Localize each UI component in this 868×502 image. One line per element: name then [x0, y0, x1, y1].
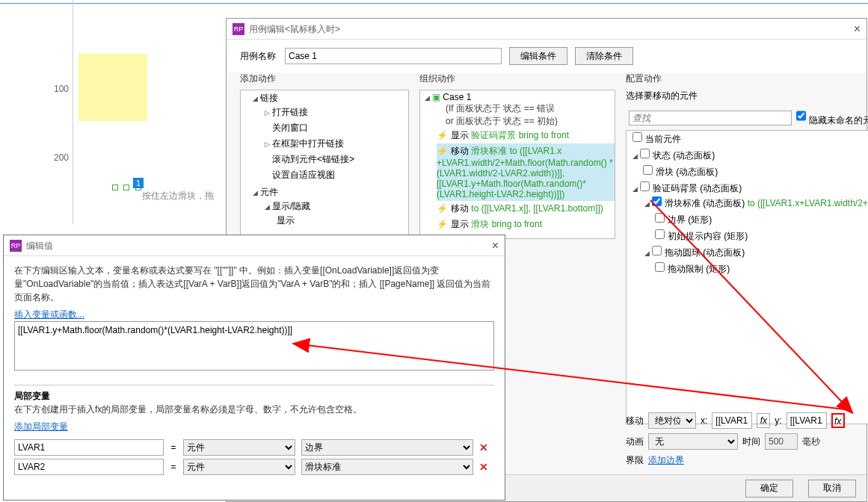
action-show-2-target[interactable]: 滑块 bring to front	[471, 219, 542, 229]
action-show[interactable]: 显示	[451, 130, 471, 140]
resize-handle[interactable]	[112, 185, 118, 190]
action-move-2[interactable]: 移动	[451, 203, 471, 214]
organize-action-tree[interactable]: ▣ Case 1 (If 面板状态于 状态 == 错误 or 面板状态于 状态 …	[420, 90, 615, 234]
condition-text: (If 面板状态于 状态 == 错误	[446, 102, 615, 115]
search-input[interactable]	[629, 111, 792, 126]
local-vars-list: = 元件 边界 ✕ = 元件 滑块标准 ✕	[14, 439, 494, 475]
tree-show[interactable]: 显示	[277, 215, 295, 226]
close-icon[interactable]: ×	[854, 19, 861, 40]
hide-unnamed-checkbox[interactable]	[796, 108, 806, 123]
widget-ball[interactable]: 拖动圆球 (动态面板)	[665, 247, 745, 258]
widget-state[interactable]: 状态 (动态面板)	[653, 150, 715, 161]
tree-open-link[interactable]: 打开链接	[272, 107, 308, 117]
fx-x-button[interactable]: fx	[757, 413, 770, 428]
widget-tree[interactable]: 当前元件 状态 (动态面板) 滑块 (动态面板) 验证码背景 (动态面板) 滑块…	[627, 131, 868, 279]
fx-y-button[interactable]: fx	[831, 413, 845, 428]
dialog-titlebar[interactable]: RP 编辑值 ×	[4, 235, 505, 256]
close-icon[interactable]: ×	[492, 235, 499, 256]
action-show-2[interactable]: 显示	[451, 219, 471, 229]
anim-label: 动画	[626, 436, 644, 448]
resize-handle[interactable]	[123, 185, 129, 190]
bolt-icon: ⚡	[437, 203, 448, 214]
lvar-type-select[interactable]: 元件	[183, 439, 295, 456]
widget-check[interactable]	[640, 182, 650, 191]
widget-check[interactable]	[652, 196, 662, 206]
case-name-label: 用例名称	[240, 50, 276, 63]
add-action-panel: 链接 打开链接 关闭窗口 在框架中打开链接 滚动到元件<锚链接> 设置自适应视图…	[240, 90, 409, 239]
time-label: 时间	[742, 436, 760, 448]
case-name-input[interactable]	[285, 48, 502, 64]
edit-value-dialog: RP 编辑值 × 在下方编辑区输入文本，变量名称或表达式要写在 "[[""]]"…	[3, 235, 505, 501]
add-action-tree[interactable]: 链接 打开链接 关闭窗口 在框架中打开链接 滚动到元件<锚链接> 设置自适应视图…	[241, 90, 408, 232]
ruler-vertical: 100 200	[58, 0, 73, 224]
bolt-icon: ⚡	[437, 219, 448, 229]
configure-subtitle: 选择要移动的元件	[626, 90, 868, 105]
widget-index-badge: 1	[133, 178, 144, 188]
add-boundary-link[interactable]: 添加边界	[648, 454, 684, 467]
tree-scroll-to[interactable]: 滚动到元件<锚链接>	[272, 154, 354, 164]
widget-standard[interactable]: 滑块标准 (动态面板)	[665, 198, 745, 208]
tree-close-window[interactable]: 关闭窗口	[272, 123, 308, 133]
widget-check[interactable]	[652, 246, 662, 255]
configure-action-heading: 配置动作	[626, 72, 868, 90]
add-action-heading: 添加动作	[240, 72, 409, 90]
dialog-title: 编辑值	[26, 235, 53, 256]
lvar-target-select[interactable]: 滑块标准	[301, 459, 473, 475]
equals: =	[170, 442, 177, 453]
widget-slider[interactable]: 滑块 (动态面板)	[656, 167, 718, 177]
add-local-var-link[interactable]: 添加局部变量	[14, 421, 68, 432]
x-input[interactable]	[712, 412, 752, 429]
y-input[interactable]	[787, 412, 827, 429]
lvar-name-input[interactable]	[14, 439, 164, 456]
move-label: 移动	[626, 415, 644, 427]
tree-open-in-frame[interactable]: 在框架中打开链接	[272, 138, 344, 149]
widget-check[interactable]	[632, 132, 642, 142]
widget-check[interactable]	[655, 262, 665, 272]
equals: =	[170, 462, 177, 472]
widget-check[interactable]	[655, 213, 665, 223]
tree-adaptive[interactable]: 设置自适应视图	[272, 170, 335, 180]
widget-init-tip[interactable]: 初始提示内容 (矩形)	[668, 231, 748, 241]
case-name-row: 用例名称 编辑条件 清除条件	[227, 40, 867, 72]
time-input	[765, 433, 798, 450]
cancel-button[interactable]: 取消	[808, 480, 856, 498]
dialog-title: 用例编辑<鼠标移入时>	[249, 19, 340, 40]
lvar-type-select[interactable]: 元件	[183, 459, 295, 475]
delete-lvar-icon[interactable]: ✕	[479, 441, 488, 453]
hide-unnamed-label[interactable]: 隐藏未命名的元件	[796, 108, 868, 127]
tree-widget[interactable]: 元件	[260, 187, 278, 197]
edit-condition-button[interactable]: 编辑条件	[509, 47, 567, 65]
dialog-titlebar[interactable]: RP 用例编辑<鼠标移入时> ×	[227, 19, 867, 40]
x-label: x:	[701, 415, 707, 426]
widget-check[interactable]	[655, 229, 665, 239]
canvas-yellow-rect	[79, 54, 147, 121]
guide-line	[0, 3, 868, 4]
clear-condition-button[interactable]: 清除条件	[575, 47, 633, 65]
widget-current[interactable]: 当前元件	[645, 134, 681, 144]
action-show-target[interactable]: 验证码背景 bring to front	[471, 130, 569, 140]
widget-check[interactable]	[643, 165, 653, 175]
lvar-target-select[interactable]: 边界	[301, 439, 473, 456]
tree-show-hide[interactable]: 显示/隐藏	[272, 201, 310, 211]
widget-check[interactable]	[640, 149, 650, 158]
ms-label: 毫秒	[802, 436, 820, 448]
anim-mode-select[interactable]: 无	[648, 433, 738, 450]
delete-lvar-icon[interactable]: ✕	[479, 461, 488, 473]
action-move-2-target[interactable]: to ([[LVAR1.x]], [[LVAR1.bottom]])	[471, 203, 603, 214]
widget-border[interactable]: 边界 (矩形)	[668, 214, 712, 225]
tree-link[interactable]: 链接	[260, 93, 278, 103]
lvar-name-input[interactable]	[14, 459, 164, 475]
expression-input[interactable]: [[LVAR1.y+Math.floor(Math.random()*(LVAR…	[14, 321, 494, 371]
case-node[interactable]: Case 1	[443, 92, 471, 102]
ok-button[interactable]: 确定	[745, 480, 793, 498]
local-var-heading: 局部变量	[14, 385, 494, 403]
widget-bg[interactable]: 验证码背景 (动态面板)	[653, 183, 742, 193]
instruction-text: 在下方编辑区输入文本，变量名称或表达式要写在 "[[""]]" 中。例如：插入变…	[14, 264, 494, 304]
move-mode-select[interactable]: 绝对位↓	[648, 412, 696, 429]
widget-limit[interactable]: 拖动限制 (矩形)	[668, 264, 730, 274]
bolt-icon: ⚡	[437, 146, 448, 156]
action-move[interactable]: 移动	[451, 146, 471, 156]
rp-icon: RP	[10, 240, 22, 252]
ruler-200: 200	[54, 152, 69, 163]
insert-var-link[interactable]: 插入变量或函数...	[14, 309, 84, 320]
